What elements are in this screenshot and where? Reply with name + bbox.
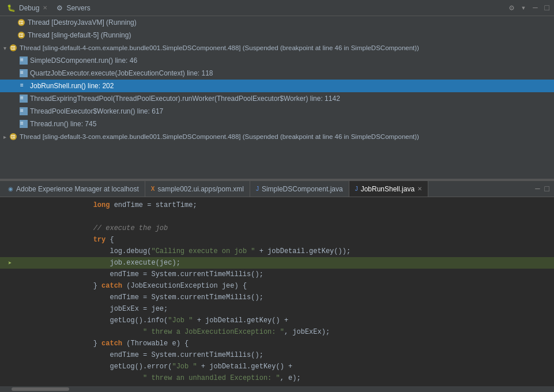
thread-group-icon: ⚿ [9, 133, 17, 141]
simple-ds-tab-label: SimpleDSComponent.java [262, 185, 343, 193]
thread-label: Thread [DestroyJavaVM] (Running) [28, 18, 137, 27]
stack-icon [20, 56, 28, 65]
panel-controls: ⚙ ▾ ─ □ [507, 2, 552, 14]
stack-icon [20, 82, 28, 90]
stack-frame[interactable]: QuartzJobExecutor.execute(JobExecutionCo… [0, 67, 554, 80]
stack-icon [20, 95, 28, 103]
breakpoint-gutter [0, 329, 6, 335]
stack-label: JobRunShell.run() line: 202 [30, 82, 114, 90]
thread-item[interactable]: ▸ ⚿ Thread [sling-default-5] (Running) [0, 29, 554, 42]
xml-icon: X [151, 186, 155, 192]
code-editor[interactable]: long endTime = startTime; // execute the… [0, 197, 554, 386]
breakpoint-gutter [0, 237, 6, 243]
breakpoint-gutter [0, 283, 6, 289]
chevron-down-button[interactable]: ▾ [519, 2, 528, 14]
stack-icon [20, 107, 28, 115]
stack-frame-selected[interactable]: JobRunShell.run() line: 202 [0, 80, 554, 92]
threads-list: ▸ ⚿ Thread [DestroyJavaVM] (Running) ▸ ⚿… [0, 16, 554, 179]
tab-simple-ds[interactable]: J SimpleDSComponent.java [250, 181, 349, 197]
execution-arrow: ➤ [6, 259, 14, 267]
thread-item[interactable]: ▾ ⚿ Thread [sling-default-4-com.example.… [0, 42, 554, 54]
stack-frame[interactable]: ThreadExpiringThreadPool(ThreadPoolExecu… [0, 92, 554, 105]
stack-icon [20, 120, 28, 128]
code-editor-panel: ◉ Adobe Experience Manager at localhost … [0, 181, 554, 392]
scroll-thumb[interactable] [12, 387, 69, 391]
code-line: SchedulerException se = new SchedulerExc… [0, 384, 554, 386]
tab-jobrunshell[interactable]: J JobRunShell.java ✕ [349, 181, 428, 197]
debug-thread-panel: 🐛 Debug ✕ ⚙ Servers ⚙ ▾ ─ □ ▸ ⚿ Thread [… [0, 0, 554, 179]
servers-icon: ⚙ [56, 4, 63, 12]
stack-label: Thread.run() line: 745 [30, 120, 96, 128]
line-body: SchedulerException se = new SchedulerExc… [14, 378, 305, 386]
stack-frame[interactable]: SimpleDSComponent.run() line: 46 [0, 54, 554, 67]
stack-label: QuartzJobExecutor.execute(JobExecutionCo… [30, 69, 213, 77]
breakpoint-gutter [0, 225, 6, 231]
breakpoint-gutter [0, 306, 6, 312]
breakpoint-gutter [0, 202, 6, 208]
stack-label: ThreadPoolExecutor$Worker.run() line: 61… [30, 107, 163, 115]
tab-aem[interactable]: ◉ Adobe Experience Manager at localhost [2, 181, 145, 197]
collapse-arrow[interactable]: ▾ [3, 45, 9, 51]
breakpoint-gutter [0, 295, 6, 300]
jobrunshell-tab-label: JobRunShell.java [361, 185, 414, 193]
code-content: long endTime = startTime; // execute the… [0, 197, 554, 386]
breakpoint-gutter [0, 318, 6, 323]
svg-text:⚿: ⚿ [19, 20, 24, 25]
stack-frame[interactable]: ThreadPoolExecutor$Worker.run() line: 61… [0, 105, 554, 118]
svg-text:⚿: ⚿ [11, 46, 16, 51]
breakpoint-gutter [0, 375, 6, 381]
stack-label: ThreadExpiringThreadPool(ThreadPoolExecu… [30, 95, 340, 103]
servers-tab[interactable]: ⚙ Servers [52, 2, 95, 14]
thread-icon: ⚿ [17, 31, 25, 39]
debug-tab[interactable]: 🐛 Debug ✕ [2, 2, 52, 14]
code-line: long endTime = startTime; [0, 199, 554, 211]
breakpoint-gutter [0, 352, 6, 358]
svg-text:⚿: ⚿ [11, 134, 16, 140]
thread-label: Thread [sling-default-4-com.example.bund… [20, 44, 419, 51]
collapse-arrow[interactable]: ▸ [3, 134, 9, 140]
thread-group-icon: ⚿ [9, 44, 17, 52]
minimize-button[interactable]: ─ [530, 2, 540, 14]
java-icon: J [256, 186, 259, 192]
debug-icon: 🐛 [7, 4, 16, 12]
breakpoint-gutter [0, 248, 6, 254]
breakpoint-gutter [0, 260, 6, 266]
breakpoint-gutter [0, 272, 6, 277]
minimize-editor-button[interactable]: ─ [533, 183, 542, 195]
editor-tab-bar: ◉ Adobe Experience Manager at localhost … [0, 181, 554, 197]
aem-tab-label: Adobe Experience Manager at localhost [16, 185, 139, 193]
pom-tab-label: sample002.ui.apps/pom.xml [157, 185, 243, 193]
breakpoint-gutter [0, 364, 6, 370]
debug-tab-close[interactable]: ✕ [43, 5, 47, 11]
tab-pom[interactable]: X sample002.ui.apps/pom.xml [145, 181, 250, 197]
thread-label: Thread [sling-default-3-com.example.bund… [20, 133, 419, 140]
thread-icon: ⚿ [17, 18, 25, 27]
maximize-button[interactable]: □ [542, 2, 552, 14]
debug-tab-bar: 🐛 Debug ✕ ⚙ Servers ⚙ ▾ ─ □ [0, 0, 554, 16]
stack-label: SimpleDSComponent.run() line: 46 [30, 56, 137, 65]
svg-text:⚿: ⚿ [19, 33, 24, 38]
tab-close-button[interactable]: ✕ [417, 186, 422, 192]
thread-item[interactable]: ▸ ⚿ Thread [DestroyJavaVM] (Running) [0, 16, 554, 29]
maximize-editor-button[interactable]: □ [542, 183, 552, 195]
thread-item[interactable]: ▸ ⚿ Thread [sling-default-3-com.example.… [0, 130, 554, 143]
aem-icon: ◉ [8, 186, 13, 192]
settings-button[interactable]: ⚙ [507, 2, 516, 14]
breakpoint-gutter [0, 214, 6, 220]
horizontal-scrollbar[interactable] [0, 386, 554, 392]
servers-tab-label: Servers [66, 4, 90, 12]
thread-label: Thread [sling-default-5] (Running) [28, 31, 131, 39]
stack-frame[interactable]: Thread.run() line: 745 [0, 118, 554, 130]
breakpoint-gutter [0, 341, 6, 346]
debug-tab-label: Debug [19, 4, 39, 12]
java-active-icon: J [355, 186, 358, 192]
stack-icon [20, 69, 28, 77]
